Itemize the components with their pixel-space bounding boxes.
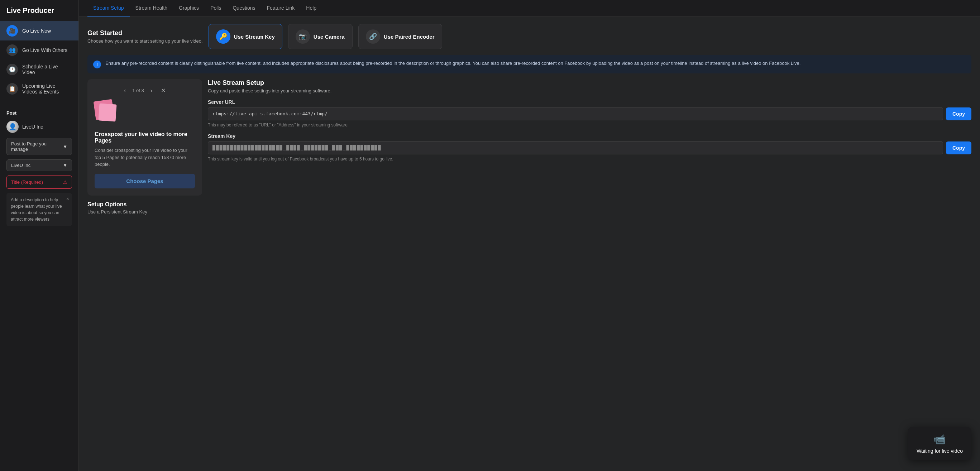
live-stream-setup: Live Stream Setup Copy and paste these s… (208, 79, 971, 167)
list-icon: 📋 (6, 83, 18, 95)
copy-stream-key-button[interactable]: Copy (946, 141, 971, 154)
crosspost-description: Consider crossposting your live video to… (95, 147, 195, 168)
key-icon: 🔑 (216, 29, 231, 44)
waiting-toast: 📹 Waiting for live video (908, 427, 971, 460)
crosspost-title: Crosspost your live video to more Pages (95, 131, 195, 144)
stream-key-field-label: Stream Key (208, 133, 971, 139)
sidebar-item-label: Schedule a Live Video (22, 64, 72, 75)
warning-icon: ⚠ (63, 179, 67, 185)
stream-key-hint: This stream key is valid until you log o… (208, 157, 971, 162)
post-user-row: 👤 LiveU Inc (0, 118, 78, 136)
clock-icon: 🕐 (6, 64, 18, 75)
camera-icon: 📷 (296, 29, 310, 44)
sidebar-divider (0, 103, 78, 103)
tab-polls[interactable]: Polls (205, 0, 227, 16)
stream-key-label: Use Stream Key (234, 34, 275, 40)
video-camera-icon: 📹 (934, 433, 946, 445)
sidebar-item-label: Upcoming Live Videos & Events (22, 83, 72, 95)
post-user-name: LiveU Inc (22, 124, 43, 130)
tabs-bar: Stream Setup Stream Health Graphics Poll… (79, 0, 980, 17)
main-panel: Stream Setup Stream Health Graphics Poll… (79, 0, 980, 471)
get-started-title: Get Started (88, 29, 203, 37)
title-input[interactable]: Title (Required) ⚠ (6, 176, 72, 189)
two-col-layout: ‹ 1 of 3 › ✕ Crosspost your live video t… (88, 79, 971, 195)
post-to-dropdown[interactable]: Post to Page you manage ▼ (6, 138, 72, 155)
tab-feature-link[interactable]: Feature Link (261, 0, 301, 16)
get-started-text: Get Started Choose how you want to start… (88, 29, 203, 44)
info-box: ! Ensure any pre-recorded content is cle… (88, 55, 971, 73)
sidebar-item-go-live-others[interactable]: 👥 Go Live With Others (0, 40, 78, 60)
app-title: Live Producer (0, 6, 78, 21)
sidebar-item-upcoming[interactable]: 📋 Upcoming Live Videos & Events (0, 79, 78, 98)
avatar: 👤 (6, 121, 19, 133)
sidebar-item-label: Go Live With Others (22, 47, 67, 53)
use-camera-option[interactable]: 📷 Use Camera (288, 24, 353, 49)
illustration-rect2 (98, 103, 116, 121)
tab-help[interactable]: Help (300, 0, 322, 16)
content-area: Get Started Choose how you want to start… (79, 17, 980, 471)
title-placeholder: Title (Required) (11, 179, 43, 185)
choose-pages-button[interactable]: Choose Pages (95, 174, 195, 189)
get-started-row: Get Started Choose how you want to start… (88, 24, 971, 49)
post-section-title: Post (0, 108, 78, 118)
stream-key-row: ████████████████████_████_███████_███_██… (208, 141, 971, 154)
info-icon: ! (93, 60, 101, 68)
next-button[interactable]: › (148, 87, 154, 95)
server-url-input[interactable] (208, 107, 943, 121)
description-text: Add a description to help people learn w… (11, 197, 62, 222)
paired-encoder-label: Use Paired Encoder (384, 34, 434, 40)
info-text: Ensure any pre-recorded content is clear… (105, 60, 800, 67)
prev-button[interactable]: ‹ (122, 87, 128, 95)
server-url-row: Copy (208, 107, 971, 121)
sidebar-item-go-live-now[interactable]: 🎥 Go Live Now (0, 21, 78, 40)
chevron-down-icon: ▼ (63, 163, 67, 168)
close-icon[interactable]: × (66, 195, 69, 203)
use-paired-encoder-option[interactable]: 🔗 Use Paired Encoder (358, 24, 442, 49)
page-dropdown[interactable]: LiveU Inc ▼ (6, 159, 72, 171)
chevron-down-icon: ▼ (63, 144, 67, 149)
tab-stream-health[interactable]: Stream Health (130, 0, 173, 16)
camera-label: Use Camera (313, 34, 345, 40)
page-dropdown-label: LiveU Inc (11, 163, 30, 168)
setup-options-title: Setup Options (88, 201, 971, 208)
lss-title: Live Stream Setup (208, 79, 971, 87)
lss-subtitle: Copy and paste these settings into your … (208, 88, 971, 94)
server-url-label: Server URL (208, 99, 971, 105)
sidebar-item-label: Go Live Now (22, 28, 51, 34)
use-stream-key-option[interactable]: 🔑 Use Stream Key (208, 24, 282, 49)
link-icon: 🔗 (366, 29, 380, 44)
server-url-hint: This may be referred to as "URL" or "Add… (208, 122, 971, 127)
stream-key-value: ████████████████████_████_███████_███_██… (208, 141, 943, 154)
crosspost-card: ‹ 1 of 3 › ✕ Crosspost your live video t… (88, 79, 202, 195)
description-box: × Add a description to help people learn… (6, 193, 72, 226)
toast-label: Waiting for live video (916, 448, 963, 454)
setup-options-section: Setup Options Use a Persistent Stream Ke… (88, 201, 971, 214)
crosspost-nav: ‹ 1 of 3 › ✕ (95, 86, 195, 95)
tab-graphics[interactable]: Graphics (173, 0, 205, 16)
tab-stream-setup[interactable]: Stream Setup (88, 0, 130, 16)
group-icon: 👥 (6, 44, 18, 56)
sidebar-item-schedule[interactable]: 🕐 Schedule a Live Video (0, 60, 78, 79)
get-started-subtitle: Choose how you want to start setting up … (88, 38, 203, 44)
setup-options-subtitle: Use a Persistent Stream Key (88, 209, 971, 214)
copy-server-url-button[interactable]: Copy (946, 108, 971, 121)
crosspost-nav-label: 1 of 3 (132, 88, 144, 93)
video-icon: 🎥 (6, 25, 18, 36)
sidebar: Live Producer 🎥 Go Live Now 👥 Go Live Wi… (0, 0, 79, 471)
crosspost-illustration (95, 100, 120, 125)
post-to-label: Post to Page you manage (11, 141, 63, 152)
close-crosspost-button[interactable]: ✕ (159, 86, 168, 95)
tab-questions[interactable]: Questions (227, 0, 261, 16)
